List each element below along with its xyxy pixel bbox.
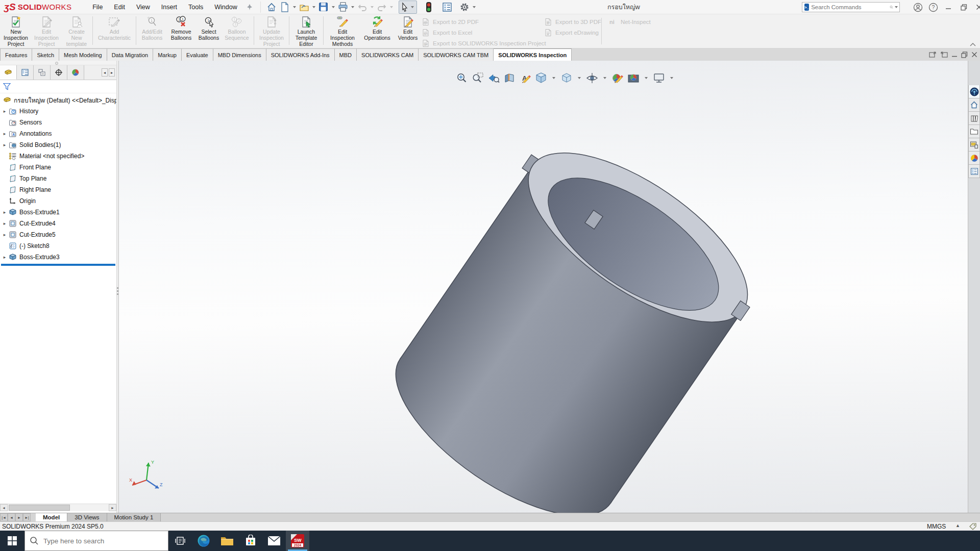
panel-horizontal-scrollbar[interactable]: ◄ ► [0,504,116,511]
menu-file[interactable]: File [87,0,108,14]
tab-solidworks-inspection[interactable]: SOLIDWORKS Inspection [494,48,572,61]
tree-root-item[interactable]: กรอบใหญ่w (Default) <<Default>_Displ [0,94,116,106]
expand-arrow-icon[interactable]: ▸ [2,142,8,147]
expand-arrow-icon[interactable]: ▸ [2,232,8,237]
expand-arrow-icon[interactable]: ▸ [2,210,8,215]
custom-properties-icon[interactable] [968,165,980,178]
tree-filter-row[interactable] [0,80,116,93]
units-caret-icon[interactable]: ▲ [955,523,960,528]
redo-button[interactable] [375,1,388,13]
restore-document-icon[interactable] [961,52,968,58]
evaluate-form-icon[interactable] [440,1,454,13]
edit-operations-button[interactable]: Edit Operations [360,14,394,47]
open-caret[interactable] [312,6,315,8]
tab-propertymanager[interactable] [17,65,34,80]
tree-item-front-plane[interactable]: Front Plane [0,162,116,173]
panel-top-splitter[interactable] [0,61,116,65]
tab-solidworks-cam-tbm[interactable]: SOLIDWORKS CAM TBM [419,48,494,61]
scroll-left-icon[interactable]: ◄ [0,504,8,511]
tree-item-boss-extrude1[interactable]: ▸ Boss-Extrude1 [0,207,116,218]
search-scope-caret[interactable] [895,6,898,8]
menu-tools[interactable]: Tools [183,0,209,14]
splitter-dot-icon[interactable] [55,62,58,65]
solidworks-taskbar-button[interactable]: SW 2024 [286,531,309,551]
home-button[interactable] [265,1,278,13]
start-button[interactable] [0,531,24,551]
launch-template-editor-button[interactable]: Launch Template Editor [291,14,321,47]
view-palette-icon[interactable] [968,138,980,152]
menu-insert[interactable]: Insert [156,0,183,14]
file-explorer-pane-icon[interactable] [968,125,980,138]
menu-view[interactable]: View [131,0,156,14]
tree-item-solid-bodies[interactable]: ▸ Solid Bodies(1) [0,139,116,151]
tree-item-sketch8[interactable]: (-) Sketch8 [0,240,116,252]
undo-button[interactable] [356,1,369,13]
tab-mbd[interactable]: MBD [335,48,357,61]
login-user-icon[interactable] [910,0,925,14]
tab-motion-study-1[interactable]: Motion Study 1 [107,513,161,521]
task-pane-home-icon[interactable] [968,98,980,112]
tab-model[interactable]: Model [36,513,67,521]
file-explorer-icon[interactable] [215,531,239,551]
tab-dimxpertmanager[interactable] [51,65,67,80]
print-caret[interactable] [351,6,354,8]
taskbar-search-input[interactable] [43,537,168,545]
expand-arrow-icon[interactable]: ▸ [2,221,8,226]
tab-sketch[interactable]: Sketch [32,48,59,61]
resource-monitor-icon[interactable] [422,1,435,13]
scrollbar-thumb[interactable] [9,505,70,511]
tab-evaluate[interactable]: Evaluate [182,48,213,61]
tab-displaymanager[interactable] [67,65,84,80]
mail-icon[interactable] [262,531,286,551]
previous-document-icon[interactable] [929,51,937,58]
taskbar-search-box[interactable] [24,531,168,551]
new-document-caret[interactable] [293,6,296,8]
menu-edit[interactable]: Edit [108,0,131,14]
open-button[interactable] [298,1,311,13]
close-button[interactable] [971,0,980,14]
tab-data-migration[interactable]: Data Migration [107,48,154,61]
menu-window[interactable]: Window [209,0,242,14]
design-library-icon[interactable] [968,112,980,125]
panel-tab-scroll-left-icon[interactable]: ◂ [102,68,108,77]
restore-button[interactable] [956,0,971,14]
tree-item-origin[interactable]: Origin [0,195,116,207]
last-tab-icon[interactable]: ►| [23,513,31,521]
help-icon[interactable]: ? [925,0,941,14]
expand-arrow-icon[interactable]: ▸ [2,109,8,114]
new-inspection-project-button[interactable]: New Inspection Project [2,14,30,47]
command-search-input[interactable] [811,4,890,10]
edit-inspection-methods-button[interactable]: Edit Inspection Methods [326,14,359,47]
status-tag-icon[interactable] [969,522,977,531]
tab-mbd-dimensions[interactable]: MBD Dimensions [213,48,266,61]
next-document-icon[interactable] [940,51,948,58]
tree-item-boss-extrude3[interactable]: ▸ Boss-Extrude3 [0,252,116,263]
filter-funnel-icon[interactable] [3,82,11,91]
microsoft-store-icon[interactable] [239,531,262,551]
new-document-button[interactable] [278,1,291,13]
select-tool-button[interactable] [399,1,417,14]
undo-caret[interactable] [371,6,374,8]
tree-item-material[interactable]: Material <not specified> [0,151,116,162]
pin-menu-icon[interactable] [243,1,256,13]
select-tool-caret[interactable] [411,6,414,8]
graphics-viewport[interactable]: A [119,61,968,513]
collapse-ribbon-icon[interactable] [970,43,976,46]
splitter-handle-icon[interactable] [117,284,118,297]
tab-solidworks-cam[interactable]: SOLIDWORKS CAM [357,48,419,61]
expand-arrow-icon[interactable]: ▸ [2,131,8,136]
edge-browser-icon[interactable] [192,531,215,551]
tab-markup[interactable]: Markup [153,48,182,61]
redo-caret[interactable] [390,6,393,8]
options-gear-icon[interactable] [458,1,471,13]
panel-tab-scroll-right-icon[interactable]: ▸ [109,68,115,77]
tree-item-top-plane[interactable]: Top Plane [0,173,116,184]
tree-item-cut-extrude4[interactable]: ▸ Cut-Extrude4 [0,218,116,229]
tree-item-cut-extrude5[interactable]: ▸ Cut-Extrude5 [0,229,116,240]
tree-item-history[interactable]: ▸ History [0,106,116,117]
units-indicator[interactable]: MMGS [927,523,946,530]
close-document-icon[interactable] [971,52,977,58]
model-3d-cylinder[interactable] [119,61,968,513]
tree-item-right-plane[interactable]: Right Plane [0,184,116,195]
options-caret[interactable] [473,6,476,8]
